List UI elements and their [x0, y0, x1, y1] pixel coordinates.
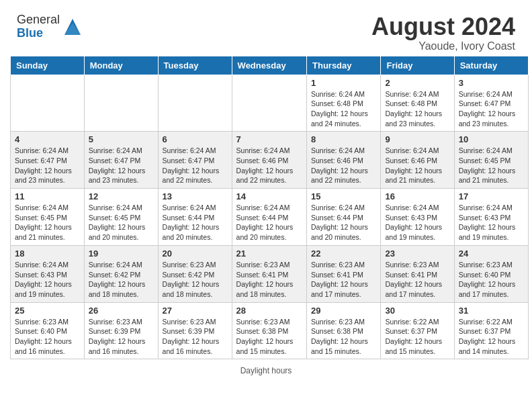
day-number: 29 [311, 306, 376, 316]
day-number: 26 [89, 306, 154, 316]
day-number: 18 [15, 248, 80, 259]
calendar-week-1: 4Sunrise: 6:24 AM Sunset: 6:47 PM Daylig… [11, 132, 529, 189]
day-info: Sunrise: 6:24 AM Sunset: 6:43 PM Dayligh… [459, 203, 524, 242]
calendar-cell [232, 75, 306, 132]
day-info: Sunrise: 6:23 AM Sunset: 6:38 PM Dayligh… [311, 317, 376, 357]
day-info: Sunrise: 6:23 AM Sunset: 6:39 PM Dayligh… [89, 317, 154, 357]
calendar-cell [11, 75, 85, 132]
calendar-cell: 12Sunrise: 6:24 AM Sunset: 6:45 PM Dayli… [84, 189, 158, 246]
calendar-cell: 24Sunrise: 6:23 AM Sunset: 6:40 PM Dayli… [454, 245, 528, 302]
calendar-week-0: 1Sunrise: 6:24 AM Sunset: 6:48 PM Daylig… [11, 75, 529, 132]
calendar-cell: 26Sunrise: 6:23 AM Sunset: 6:39 PM Dayli… [84, 302, 158, 359]
day-number: 19 [89, 248, 154, 259]
day-number: 7 [236, 134, 302, 144]
day-info: Sunrise: 6:24 AM Sunset: 6:46 PM Dayligh… [311, 146, 376, 185]
calendar-cell: 8Sunrise: 6:24 AM Sunset: 6:46 PM Daylig… [307, 132, 381, 189]
header-row: SundayMondayTuesdayWednesdayThursdayFrid… [11, 56, 529, 75]
day-info: Sunrise: 6:23 AM Sunset: 6:39 PM Dayligh… [163, 317, 228, 357]
calendar-body: 1Sunrise: 6:24 AM Sunset: 6:48 PM Daylig… [11, 75, 529, 359]
calendar-cell: 11Sunrise: 6:24 AM Sunset: 6:45 PM Dayli… [11, 189, 85, 246]
day-number: 24 [459, 248, 524, 259]
calendar-cell: 27Sunrise: 6:23 AM Sunset: 6:39 PM Dayli… [158, 302, 232, 359]
calendar-cell: 31Sunrise: 6:22 AM Sunset: 6:37 PM Dayli… [454, 302, 528, 359]
day-info: Sunrise: 6:24 AM Sunset: 6:44 PM Dayligh… [311, 203, 376, 242]
calendar-cell: 13Sunrise: 6:24 AM Sunset: 6:44 PM Dayli… [158, 189, 232, 246]
calendar-cell: 5Sunrise: 6:24 AM Sunset: 6:47 PM Daylig… [84, 132, 158, 189]
calendar-week-2: 11Sunrise: 6:24 AM Sunset: 6:45 PM Dayli… [11, 189, 529, 246]
day-info: Sunrise: 6:24 AM Sunset: 6:43 PM Dayligh… [15, 260, 80, 300]
calendar-cell: 7Sunrise: 6:24 AM Sunset: 6:46 PM Daylig… [232, 132, 306, 189]
title-area: August 2024 Yaoude, Ivory Coast [371, 13, 515, 52]
day-number: 28 [236, 306, 302, 316]
day-header-monday: Monday [84, 56, 158, 75]
day-number: 8 [311, 134, 376, 144]
day-info: Sunrise: 6:24 AM Sunset: 6:46 PM Dayligh… [385, 146, 449, 185]
day-number: 14 [236, 191, 302, 201]
calendar-cell: 1Sunrise: 6:24 AM Sunset: 6:48 PM Daylig… [307, 75, 381, 132]
calendar-cell: 16Sunrise: 6:24 AM Sunset: 6:43 PM Dayli… [381, 189, 454, 246]
month-year-title: August 2024 [371, 13, 515, 40]
day-info: Sunrise: 6:24 AM Sunset: 6:45 PM Dayligh… [89, 203, 154, 242]
calendar-cell: 22Sunrise: 6:23 AM Sunset: 6:41 PM Dayli… [307, 245, 381, 302]
day-info: Sunrise: 6:24 AM Sunset: 6:47 PM Dayligh… [459, 89, 524, 129]
logo-text: General Blue [17, 13, 60, 40]
day-number: 11 [15, 191, 80, 201]
day-number: 25 [15, 306, 80, 316]
day-info: Sunrise: 6:24 AM Sunset: 6:47 PM Dayligh… [163, 146, 228, 185]
day-number: 3 [459, 78, 524, 88]
logo-icon [62, 16, 83, 38]
day-number: 30 [385, 306, 449, 316]
calendar-cell: 20Sunrise: 6:23 AM Sunset: 6:42 PM Dayli… [158, 245, 232, 302]
location-subtitle: Yaoude, Ivory Coast [371, 40, 515, 52]
day-info: Sunrise: 6:24 AM Sunset: 6:44 PM Dayligh… [236, 203, 302, 242]
day-info: Sunrise: 6:24 AM Sunset: 6:46 PM Dayligh… [236, 146, 302, 185]
calendar-cell: 10Sunrise: 6:24 AM Sunset: 6:45 PM Dayli… [454, 132, 528, 189]
calendar-cell: 14Sunrise: 6:24 AM Sunset: 6:44 PM Dayli… [232, 189, 306, 246]
day-number: 5 [89, 134, 154, 144]
calendar-cell [158, 75, 232, 132]
calendar-cell: 29Sunrise: 6:23 AM Sunset: 6:38 PM Dayli… [307, 302, 381, 359]
day-number: 15 [311, 191, 376, 201]
day-number: 13 [163, 191, 228, 201]
day-info: Sunrise: 6:23 AM Sunset: 6:42 PM Dayligh… [163, 260, 228, 300]
day-info: Sunrise: 6:24 AM Sunset: 6:43 PM Dayligh… [385, 203, 449, 242]
calendar-cell: 2Sunrise: 6:24 AM Sunset: 6:48 PM Daylig… [381, 75, 454, 132]
day-info: Sunrise: 6:24 AM Sunset: 6:48 PM Dayligh… [385, 89, 449, 129]
day-info: Sunrise: 6:23 AM Sunset: 6:40 PM Dayligh… [15, 317, 80, 357]
logo: General Blue [17, 13, 83, 40]
day-header-wednesday: Wednesday [232, 56, 306, 75]
day-number: 12 [89, 191, 154, 201]
day-info: Sunrise: 6:24 AM Sunset: 6:42 PM Dayligh… [89, 260, 154, 300]
day-number: 1 [311, 78, 376, 88]
day-number: 16 [385, 191, 449, 201]
day-number: 17 [459, 191, 524, 201]
calendar-cell: 9Sunrise: 6:24 AM Sunset: 6:46 PM Daylig… [381, 132, 454, 189]
day-header-thursday: Thursday [307, 56, 381, 75]
day-header-tuesday: Tuesday [158, 56, 232, 75]
day-number: 2 [385, 78, 449, 88]
day-header-friday: Friday [381, 56, 454, 75]
calendar-cell: 18Sunrise: 6:24 AM Sunset: 6:43 PM Dayli… [11, 245, 85, 302]
day-number: 27 [163, 306, 228, 316]
calendar-table: SundayMondayTuesdayWednesdayThursdayFrid… [10, 56, 529, 360]
day-number: 4 [15, 134, 80, 144]
day-info: Sunrise: 6:23 AM Sunset: 6:40 PM Dayligh… [459, 260, 524, 300]
calendar-cell: 23Sunrise: 6:23 AM Sunset: 6:41 PM Dayli… [381, 245, 454, 302]
calendar-cell: 25Sunrise: 6:23 AM Sunset: 6:40 PM Dayli… [11, 302, 85, 359]
calendar-cell: 21Sunrise: 6:23 AM Sunset: 6:41 PM Dayli… [232, 245, 306, 302]
calendar-cell: 6Sunrise: 6:24 AM Sunset: 6:47 PM Daylig… [158, 132, 232, 189]
calendar-cell: 17Sunrise: 6:24 AM Sunset: 6:43 PM Dayli… [454, 189, 528, 246]
day-info: Sunrise: 6:24 AM Sunset: 6:45 PM Dayligh… [459, 146, 524, 185]
day-info: Sunrise: 6:24 AM Sunset: 6:47 PM Dayligh… [89, 146, 154, 185]
day-info: Sunrise: 6:24 AM Sunset: 6:47 PM Dayligh… [15, 146, 80, 185]
calendar-cell: 4Sunrise: 6:24 AM Sunset: 6:47 PM Daylig… [11, 132, 85, 189]
day-number: 31 [459, 306, 524, 316]
day-info: Sunrise: 6:23 AM Sunset: 6:41 PM Dayligh… [385, 260, 449, 300]
day-number: 10 [459, 134, 524, 144]
logo-blue: Blue [17, 27, 60, 40]
day-info: Sunrise: 6:22 AM Sunset: 6:37 PM Dayligh… [385, 317, 449, 357]
day-info: Sunrise: 6:24 AM Sunset: 6:44 PM Dayligh… [163, 203, 228, 242]
calendar-cell: 15Sunrise: 6:24 AM Sunset: 6:44 PM Dayli… [307, 189, 381, 246]
logo-general: General [17, 13, 60, 27]
day-info: Sunrise: 6:22 AM Sunset: 6:37 PM Dayligh… [459, 317, 524, 357]
